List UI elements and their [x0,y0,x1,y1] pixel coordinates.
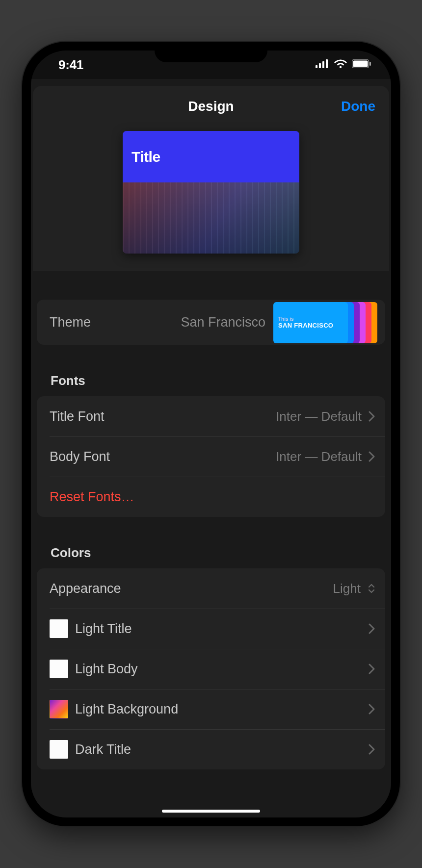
page-title: Design [188,99,234,114]
preview-title-text: Title [132,149,160,165]
status-icons [316,59,371,70]
color-swatch [50,740,68,759]
color-label: Light Body [75,662,138,677]
chevron-right-icon [369,623,375,634]
theme-thumbnail: This is SAN FRANCISCO [273,301,376,343]
color-swatch [50,619,68,638]
colors-heading: Colors [37,545,385,568]
reset-fonts-row[interactable]: Reset Fonts… [37,477,385,517]
wifi-icon [334,59,347,70]
device-frame: 9:41 Design Done [22,42,400,826]
chevron-right-icon [369,704,375,715]
svg-rect-5 [353,61,368,67]
color-row-light-background[interactable]: Light Background [37,689,385,729]
navbar: Design Done [33,86,389,127]
fonts-group: Title Font Inter — Default Body Font Int… [37,396,385,517]
screen: 9:41 Design Done [31,51,391,817]
body-font-row[interactable]: Body Font Inter — Default [37,436,385,477]
colors-group: Appearance Light Light Title [37,568,385,769]
color-label: Dark Title [75,742,131,757]
preview-image [123,182,299,254]
theme-value: San Francisco [181,315,265,330]
title-font-value: Inter — Default [276,409,362,424]
chevron-right-icon [369,411,375,422]
theme-thumb-line2: SAN FRANCISCO [278,322,343,329]
appearance-row[interactable]: Appearance Light [37,568,385,609]
fonts-heading: Fonts [37,373,385,396]
svg-rect-0 [316,65,317,68]
chevron-right-icon [369,451,375,462]
title-font-row[interactable]: Title Font Inter — Default [37,396,385,436]
preview-title-band: Title [123,131,299,182]
content: Design Done Title Theme San Francisc [31,79,391,817]
color-row-light-body[interactable]: Light Body [37,649,385,689]
chevron-right-icon [369,744,375,755]
appearance-value: Light [333,581,361,596]
status-time: 9:41 [58,57,83,73]
fonts-section: Fonts Title Font Inter — Default Body Fo… [37,373,385,517]
color-swatch [50,660,68,678]
colors-section: Colors Appearance Light Light [37,545,385,769]
color-swatch [50,700,68,718]
color-row-light-title[interactable]: Light Title [37,609,385,649]
svg-rect-1 [319,63,321,68]
device-notch [155,42,267,62]
home-indicator[interactable] [162,810,260,813]
cellular-icon [316,59,329,70]
color-label: Light Title [75,621,132,637]
slide-preview[interactable]: Title [123,131,299,254]
header-card: Design Done Title [33,86,389,271]
appearance-label: Appearance [50,581,121,596]
reset-fonts-label: Reset Fonts… [50,489,134,505]
theme-label: Theme [50,315,91,330]
body-font-label: Body Font [50,449,110,464]
theme-section: Theme San Francisco This is SAN FRANCISC [37,300,385,345]
svg-rect-6 [369,62,371,66]
svg-rect-2 [322,61,324,68]
done-button[interactable]: Done [341,99,375,114]
theme-thumb-line1: This is [278,316,343,322]
title-font-label: Title Font [50,409,105,424]
body-font-value: Inter — Default [276,449,362,464]
svg-rect-3 [326,59,328,68]
color-label: Light Background [75,702,178,717]
sections: Theme San Francisco This is SAN FRANCISC [31,300,391,789]
chevron-right-icon [369,664,375,674]
battery-icon [352,59,371,70]
up-down-icon [368,583,375,594]
theme-row[interactable]: Theme San Francisco This is SAN FRANCISC [37,300,385,345]
color-row-dark-title[interactable]: Dark Title [37,729,385,769]
